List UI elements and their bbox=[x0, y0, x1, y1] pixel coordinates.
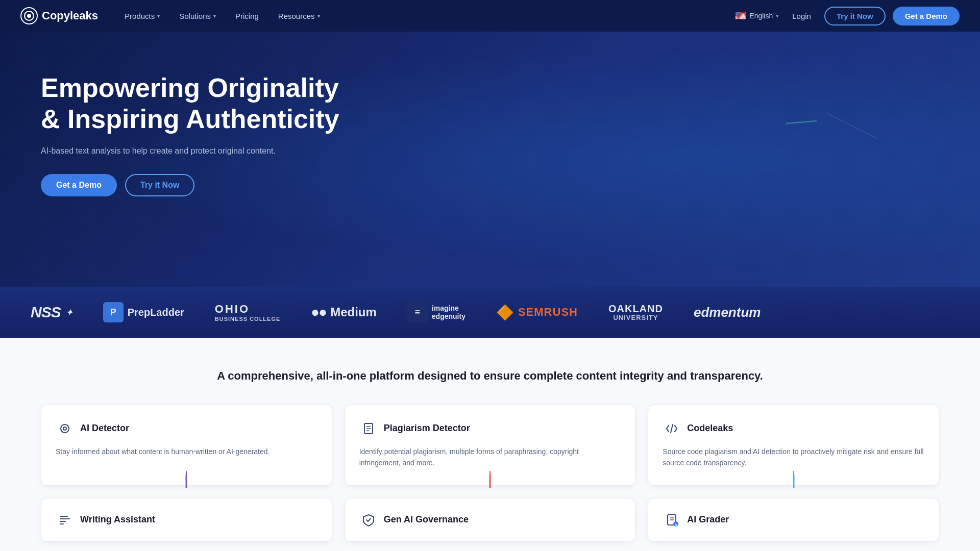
logo-oakland: OAKLAND UNIVERSITY bbox=[608, 303, 663, 321]
card-plagiarism-header: Plagiarism Detector bbox=[359, 419, 621, 438]
nav-pricing[interactable]: Pricing bbox=[227, 8, 267, 24]
grader-icon: A bbox=[663, 511, 681, 529]
eye-icon bbox=[56, 419, 74, 438]
card-writing-assistant: Writing Assistant bbox=[41, 498, 332, 542]
chevron-down-icon: ▾ bbox=[317, 13, 320, 19]
feature-cards-bottom: Writing Assistant Gen AI Governance bbox=[41, 498, 939, 542]
hero-subtitle: AI-based text analysis to help create an… bbox=[41, 146, 424, 156]
hero-decoration bbox=[786, 103, 878, 146]
card-gen-ai-header: Gen AI Governance bbox=[359, 511, 621, 529]
card-plagiarism-detector: Plagiarism Detector Identify potential p… bbox=[345, 405, 636, 486]
chevron-down-icon: ▾ bbox=[776, 13, 779, 19]
logo-icon bbox=[20, 7, 38, 24]
card-codeleaks: Codeleaks Source code plagiarism and AI … bbox=[648, 405, 939, 486]
try-now-button[interactable]: Try it Now bbox=[824, 7, 886, 26]
main-content-section: A comprehensive, all-in-one platform des… bbox=[0, 338, 980, 551]
svg-point-6 bbox=[64, 428, 66, 430]
code-icon bbox=[663, 419, 681, 438]
hero-section: Empowering Originality & Inspiring Authe… bbox=[0, 32, 980, 287]
chevron-down-icon: ▾ bbox=[213, 13, 216, 19]
svg-line-11 bbox=[671, 424, 673, 433]
logos-section: NSS ✦ P PrepLadder OHIO BUSINESS COLLEGE… bbox=[0, 287, 980, 338]
shield-icon bbox=[359, 511, 378, 529]
language-selector[interactable]: 🇺🇸 English ▾ bbox=[735, 10, 779, 21]
hero-get-demo-button[interactable]: Get a Demo bbox=[41, 174, 117, 196]
card-bottom-strip bbox=[793, 474, 794, 488]
logo-edmentum: edmentum bbox=[694, 305, 761, 320]
get-demo-button-nav[interactable]: Get a Demo bbox=[893, 7, 960, 26]
nav-products[interactable]: Products ▾ bbox=[116, 8, 168, 24]
card-codeleaks-header: Codeleaks bbox=[663, 419, 924, 438]
chevron-down-icon: ▾ bbox=[157, 13, 160, 19]
svg-line-2 bbox=[786, 121, 817, 123]
writing-icon bbox=[56, 511, 74, 529]
logo-text: Copyleaks bbox=[42, 9, 98, 22]
flag-icon: 🇺🇸 bbox=[735, 10, 746, 21]
logo-prepladder: P PrepLadder bbox=[103, 302, 184, 322]
platform-description: A comprehensive, all-in-one platform des… bbox=[41, 368, 939, 384]
hero-content: Empowering Originality & Inspiring Authe… bbox=[41, 72, 424, 196]
svg-rect-12 bbox=[60, 516, 68, 517]
card-ai-grader-header: A AI Grader bbox=[663, 511, 924, 529]
navbar: Copyleaks Products ▾ Solutions ▾ Pricing… bbox=[0, 0, 980, 32]
card-bottom-strip bbox=[186, 474, 187, 488]
card-writing-header: Writing Assistant bbox=[56, 511, 317, 529]
nav-solutions[interactable]: Solutions ▾ bbox=[171, 8, 224, 24]
logo-nss: NSS ✦ bbox=[31, 304, 72, 321]
feature-cards-top: AI Detector Stay informed about what con… bbox=[41, 405, 939, 486]
card-ai-grader: A AI Grader bbox=[648, 498, 939, 542]
hero-try-now-button[interactable]: Try it Now bbox=[125, 174, 194, 196]
svg-rect-15 bbox=[60, 523, 64, 524]
nav-resources[interactable]: Resources ▾ bbox=[270, 8, 328, 24]
svg-rect-14 bbox=[60, 521, 66, 522]
document-scan-icon bbox=[359, 419, 378, 438]
card-ai-detector: AI Detector Stay informed about what con… bbox=[41, 405, 332, 486]
logo-edgenuity: ≡ imagine edgenuity bbox=[407, 302, 465, 322]
hero-cta-buttons: Get a Demo Try it Now bbox=[41, 174, 424, 196]
card-bottom-strip bbox=[489, 474, 491, 488]
card-ai-header: AI Detector bbox=[56, 419, 317, 438]
logo-ohio: OHIO BUSINESS COLLEGE bbox=[215, 303, 280, 322]
logo[interactable]: Copyleaks bbox=[20, 7, 98, 24]
svg-text:A: A bbox=[675, 523, 677, 527]
logo-semrush: 🔶 SEMRUSH bbox=[496, 304, 578, 321]
logo-medium: ●● Medium bbox=[311, 304, 377, 320]
svg-rect-13 bbox=[60, 518, 70, 519]
hero-title: Empowering Originality & Inspiring Authe… bbox=[41, 72, 424, 135]
nav-right: 🇺🇸 English ▾ Login Try it Now Get a Demo bbox=[735, 7, 960, 26]
login-button[interactable]: Login bbox=[786, 9, 817, 23]
svg-line-3 bbox=[827, 113, 878, 139]
svg-point-1 bbox=[27, 14, 31, 18]
card-gen-ai-governance: Gen AI Governance bbox=[345, 498, 636, 542]
nav-links: Products ▾ Solutions ▾ Pricing Resources… bbox=[116, 8, 735, 24]
